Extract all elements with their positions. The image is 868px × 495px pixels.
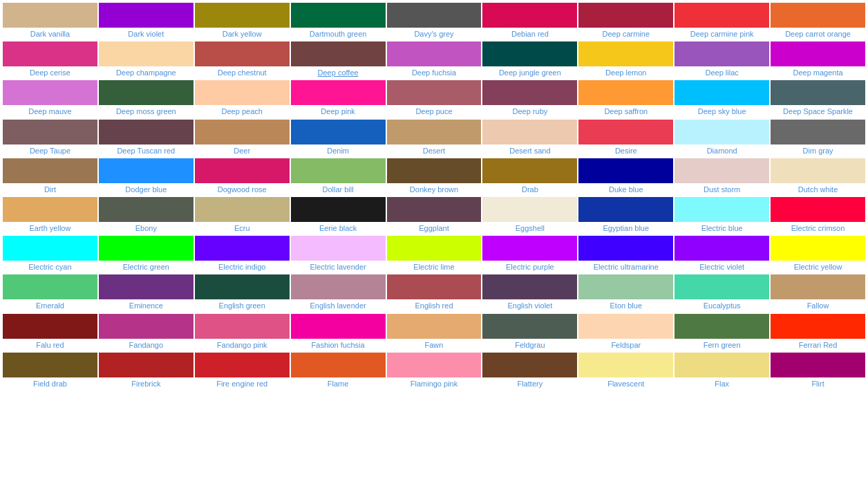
color-item: Electric green	[99, 236, 194, 272]
color-label: Flirt	[810, 380, 825, 389]
color-item: Deep saffron	[578, 80, 673, 116]
color-item: Flame	[291, 353, 386, 389]
color-label: Deep sky blue	[697, 107, 748, 116]
color-item: Falu red	[3, 314, 97, 350]
color-label: Fawn	[424, 341, 445, 350]
color-item: Electric violet	[674, 236, 769, 272]
color-label: Ecru	[233, 224, 252, 233]
color-swatch	[482, 3, 577, 28]
color-grid: Dark vanillaDark violetDark yellowDartmo…	[0, 0, 868, 393]
color-label: Deep mauve	[27, 107, 73, 116]
color-label: Electric lavender	[308, 263, 367, 272]
color-label: Flame	[326, 380, 350, 389]
color-item: Deep coffee	[291, 41, 386, 77]
color-swatch	[195, 80, 290, 105]
color-label: Electric violet	[698, 263, 746, 272]
color-swatch	[578, 41, 673, 66]
color-item: Deep magenta	[771, 41, 865, 77]
color-item: Dark violet	[99, 3, 194, 39]
color-item: Eggplant	[387, 197, 482, 233]
color-item: Duke blue	[578, 158, 673, 194]
color-item: Flattery	[482, 353, 577, 389]
color-swatch	[387, 274, 482, 299]
color-item: Emerald	[3, 274, 97, 310]
color-swatch	[387, 3, 482, 28]
color-swatch	[291, 274, 386, 299]
color-swatch	[771, 274, 865, 299]
color-item: Deep peach	[195, 80, 290, 116]
color-swatch	[291, 197, 386, 222]
color-label: Flavescent	[606, 380, 645, 389]
color-label: Deep champagne	[115, 68, 178, 77]
color-swatch	[387, 197, 482, 222]
color-item: Diamond	[674, 120, 769, 156]
color-swatch	[387, 41, 482, 66]
color-label: English lavender	[308, 301, 367, 310]
color-swatch	[3, 236, 97, 261]
color-item: Electric lime	[387, 236, 482, 272]
color-label: Desert	[422, 147, 446, 156]
color-swatch	[771, 353, 865, 377]
color-label: Ferrari Red	[798, 341, 839, 350]
color-label: Electric blue	[700, 224, 744, 233]
color-label: Deep carrot orange	[784, 30, 852, 39]
color-item: Dirt	[3, 158, 97, 194]
color-label: Deep fuchsia	[411, 68, 457, 77]
color-item: Ferrari Red	[771, 314, 865, 350]
color-item: Egyptian blue	[578, 197, 673, 233]
color-label: English violet	[506, 301, 554, 310]
color-label: Electric ultramarine	[592, 263, 660, 272]
color-swatch	[674, 80, 769, 105]
color-swatch	[99, 120, 194, 144]
color-swatch	[482, 236, 577, 261]
color-label: Diamond	[706, 147, 739, 156]
color-swatch	[99, 3, 194, 28]
color-label: Deep Taupe	[28, 147, 72, 156]
color-label: Eton blue	[609, 301, 643, 310]
color-item: Deep jungle green	[482, 41, 577, 77]
color-label: Fire engine red	[215, 380, 269, 389]
color-item: Donkey brown	[387, 158, 482, 194]
color-item: Flirt	[771, 353, 865, 389]
color-swatch	[387, 353, 482, 377]
color-swatch	[291, 158, 386, 183]
color-label: Flamingo pink	[409, 380, 459, 389]
color-item: Debian red	[482, 3, 577, 39]
color-item: Deep puce	[387, 80, 482, 116]
color-label: Fallow	[806, 301, 831, 310]
color-swatch	[771, 80, 865, 105]
color-item: Field drab	[3, 353, 97, 389]
color-swatch	[195, 274, 290, 299]
color-swatch	[291, 314, 386, 339]
color-swatch	[195, 3, 290, 28]
color-label: Deep puce	[414, 107, 453, 116]
color-label: Dark yellow	[221, 30, 263, 39]
color-item: Deep mauve	[3, 80, 97, 116]
color-item: Deep lemon	[578, 41, 673, 77]
color-item: Earth yellow	[3, 197, 97, 233]
color-item: Deep carmine	[578, 3, 673, 39]
color-swatch	[674, 3, 769, 28]
color-item: Ebony	[99, 197, 194, 233]
color-label: Electric crimson	[790, 224, 847, 233]
color-label: Deer	[232, 147, 252, 156]
color-swatch	[195, 41, 290, 66]
color-swatch	[674, 353, 769, 377]
color-label: Desert sand	[508, 147, 551, 156]
color-label: Deep jungle green	[498, 68, 563, 77]
color-swatch	[99, 41, 194, 66]
color-swatch	[3, 353, 97, 377]
color-swatch	[99, 236, 194, 261]
color-swatch	[674, 120, 769, 144]
color-swatch	[99, 314, 194, 339]
color-item: English red	[387, 274, 482, 310]
color-item: Dark yellow	[195, 3, 290, 39]
color-label: Fashion fuchsia	[310, 341, 366, 350]
color-swatch	[674, 274, 769, 299]
color-label: Deep Space Sparkle	[782, 107, 854, 116]
color-swatch	[771, 197, 865, 222]
color-swatch	[771, 120, 865, 144]
color-item: Fandango pink	[195, 314, 290, 350]
color-label: Electric purple	[504, 263, 556, 272]
color-item: Dollar bill	[291, 158, 386, 194]
